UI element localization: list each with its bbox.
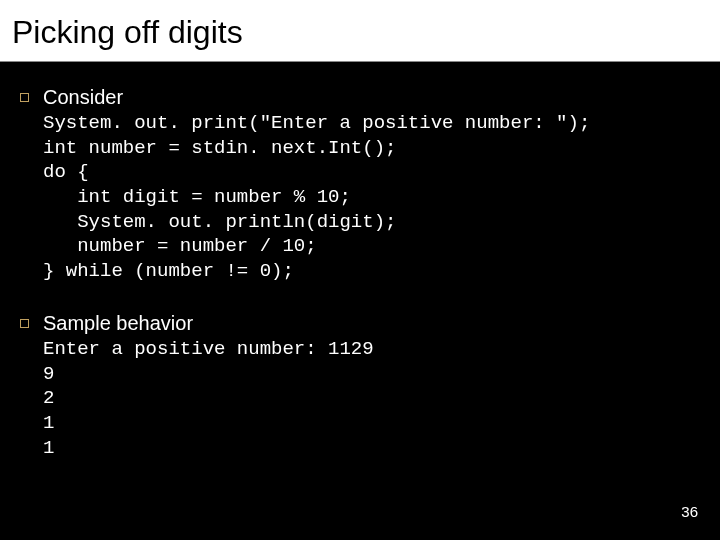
bullet-block-sample: Sample behavior Enter a positive number:… [16,312,704,460]
intro-text: Sample behavior [43,312,704,335]
slide-title: Picking off digits [12,14,708,51]
sample-output: Enter a positive number: 1129 9 2 1 1 [43,337,704,460]
intro-text: Consider [43,86,704,109]
code-snippet: System. out. print("Enter a positive num… [43,111,704,284]
page-number: 36 [681,503,698,520]
block-body: Consider System. out. print("Enter a pos… [43,86,704,284]
slide-content: Consider System. out. print("Enter a pos… [0,62,720,460]
title-bar: Picking off digits [0,0,720,62]
block-body: Sample behavior Enter a positive number:… [43,312,704,460]
bullet-block-consider: Consider System. out. print("Enter a pos… [16,86,704,284]
bullet-icon [20,93,29,102]
bullet-icon [20,319,29,328]
